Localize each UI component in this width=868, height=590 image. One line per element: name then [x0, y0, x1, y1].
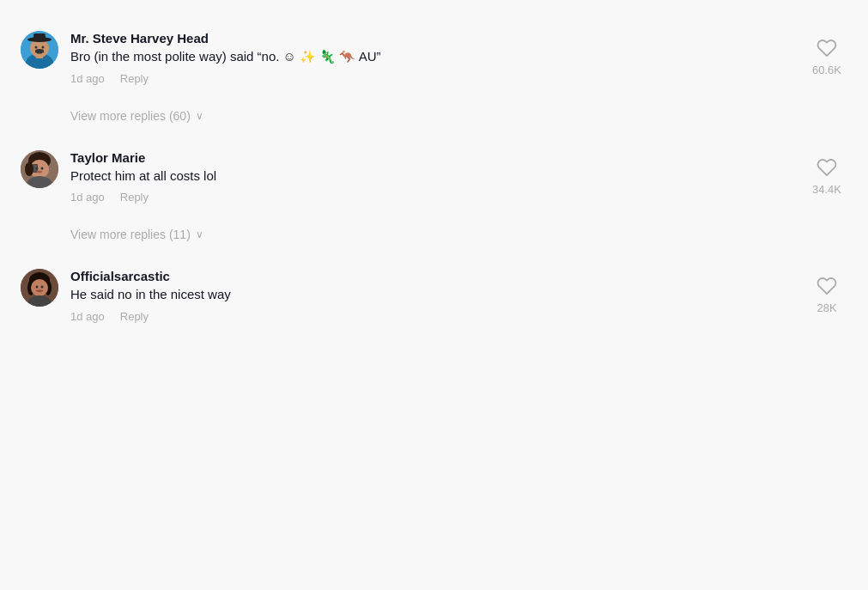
view-replies-button[interactable]: View more replies (60) ∨: [21, 102, 203, 130]
comment-text: He said no in the nicest way: [70, 285, 792, 305]
reply-button[interactable]: Reply: [120, 72, 149, 85]
like-button[interactable]: [813, 34, 841, 62]
comment-text: Bro (in the most polite way) said “no. ☺…: [70, 47, 792, 67]
svg-point-17: [37, 170, 42, 173]
avatar: [21, 31, 58, 69]
avatar: [21, 150, 58, 188]
svg-point-7: [42, 46, 45, 49]
comment-text: Protect him at all costs lol: [70, 167, 792, 186]
comment-meta: 1d ago Reply: [70, 72, 792, 85]
view-replies-button[interactable]: View more replies (11) ∨: [21, 221, 203, 248]
svg-point-23: [31, 279, 48, 296]
comment-body: Taylor Marie Protect him at all costs lo…: [70, 150, 792, 204]
comment-time: 1d ago: [70, 191, 105, 204]
like-count: 60.6K: [812, 64, 841, 76]
comment-time: 1d ago: [70, 310, 105, 323]
comment-meta: 1d ago Reply: [70, 310, 792, 323]
svg-point-15: [36, 167, 39, 169]
comment-actions: 34.4K: [806, 150, 847, 196]
comment-item: Mr. Steve Harvey Head Bro (in the most p…: [21, 17, 847, 95]
comment-item: Officialsarcastic He said no in the nice…: [21, 255, 847, 333]
svg-point-24: [36, 286, 39, 289]
view-replies-label: View more replies (60): [70, 109, 191, 123]
svg-rect-5: [33, 33, 46, 40]
svg-point-6: [35, 46, 38, 49]
chevron-down-icon: ∨: [196, 228, 203, 240]
reply-button[interactable]: Reply: [120, 191, 149, 204]
comment-username: Taylor Marie: [70, 150, 792, 165]
comment-body: Officialsarcastic He said no in the nice…: [70, 269, 792, 323]
heart-icon: [816, 38, 837, 58]
avatar: [21, 269, 58, 307]
comment-actions: 28K: [806, 269, 847, 314]
comment-username: Mr. Steve Harvey Head: [70, 31, 792, 46]
like-count: 34.4K: [812, 183, 841, 196]
reply-button[interactable]: Reply: [120, 310, 149, 323]
comments-section: Mr. Steve Harvey Head Bro (in the most p…: [0, 0, 868, 357]
comment-actions: 60.6K: [806, 31, 847, 76]
comment-meta: 1d ago Reply: [70, 191, 792, 204]
heart-icon: [816, 157, 837, 178]
comment-username: Officialsarcastic: [70, 269, 792, 283]
comment-time: 1d ago: [70, 72, 105, 85]
heart-icon: [816, 276, 837, 296]
comment-item: Taylor Marie Protect him at all costs lo…: [21, 137, 847, 215]
like-button[interactable]: [813, 154, 841, 181]
svg-point-26: [37, 289, 42, 291]
svg-point-25: [41, 286, 44, 289]
chevron-down-icon: ∨: [196, 110, 203, 122]
svg-point-12: [25, 162, 33, 176]
like-button[interactable]: [813, 272, 841, 300]
view-replies-label: View more replies (11): [70, 228, 191, 241]
comment-body: Mr. Steve Harvey Head Bro (in the most p…: [70, 31, 792, 85]
svg-point-16: [41, 167, 44, 169]
like-count: 28K: [816, 301, 836, 314]
